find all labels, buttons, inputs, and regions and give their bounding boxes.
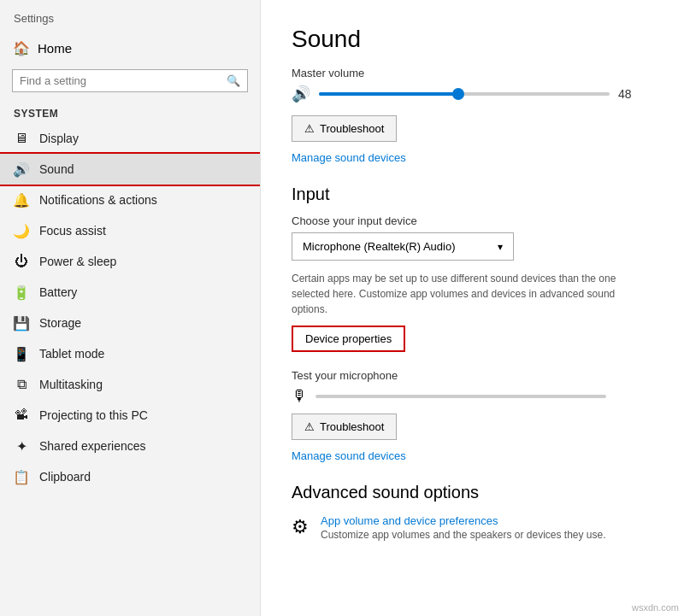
sidebar-item-shared[interactable]: ✦ Shared experiences [0, 431, 260, 461]
display-icon: 🖥 [14, 131, 29, 146]
focus-label: Focus assist [39, 224, 106, 238]
tablet-icon: 📱 [14, 346, 29, 361]
manage-sound-devices-link-2[interactable]: Manage sound devices [292, 449, 406, 462]
watermark: wsxdn.com [632, 602, 679, 613]
volume-slider-fill [319, 92, 458, 96]
volume-row: 🔊 48 [292, 85, 650, 103]
main-content: Sound Master volume 🔊 48 ⚠ Troubleshoot … [261, 0, 684, 616]
microphone-icon: 🎙 [292, 387, 307, 405]
test-mic-label: Test your microphone [292, 369, 650, 382]
storage-icon: 💾 [14, 315, 29, 331]
advanced-item-text: App volume and device preferences Custom… [321, 514, 606, 541]
troubleshoot-button-2[interactable]: ⚠ Troubleshoot [292, 414, 397, 440]
power-icon: ⏻ [14, 254, 29, 269]
sidebar-item-projecting[interactable]: 📽 Projecting to this PC [0, 400, 260, 431]
input-device-note: Certain apps may be set up to use differ… [292, 271, 650, 317]
battery-icon: 🔋 [14, 285, 29, 300]
projecting-icon: 📽 [14, 408, 29, 423]
battery-label: Battery [39, 285, 77, 299]
power-label: Power & sleep [39, 255, 116, 268]
focus-icon: 🌙 [14, 223, 29, 238]
shared-label: Shared experiences [39, 439, 146, 453]
storage-label: Storage [39, 316, 81, 330]
sidebar-item-focus[interactable]: 🌙 Focus assist [0, 215, 260, 246]
notifications-icon: 🔔 [14, 192, 29, 208]
input-device-dropdown-row: Microphone (Realtek(R) Audio) ▾ [292, 232, 650, 261]
troubleshoot-button[interactable]: ⚠ Troubleshoot [292, 115, 397, 142]
sidebar-item-display[interactable]: 🖥 Display [0, 123, 260, 154]
sidebar-item-clipboard[interactable]: 📋 Clipboard [0, 461, 260, 492]
volume-slider-thumb[interactable] [452, 88, 464, 100]
mic-level-bar [315, 395, 606, 398]
sidebar-item-sound[interactable]: 🔊 Sound [0, 154, 260, 185]
multitasking-icon: ⧉ [14, 377, 29, 392]
volume-value: 48 [618, 87, 639, 101]
volume-icon: 🔊 [292, 85, 310, 103]
sidebar-item-tablet[interactable]: 📱 Tablet mode [0, 338, 260, 369]
sidebar-item-notifications[interactable]: 🔔 Notifications & actions [0, 185, 260, 215]
system-section-label: System [0, 101, 260, 123]
device-properties-label: Device properties [305, 332, 392, 345]
master-volume-label: Master volume [292, 67, 650, 79]
home-nav-item[interactable]: 🏠 Home [0, 32, 260, 64]
projecting-label: Projecting to this PC [39, 408, 148, 422]
troubleshoot-label: Troubleshoot [320, 122, 384, 135]
sidebar-item-battery[interactable]: 🔋 Battery [0, 277, 260, 308]
notifications-label: Notifications & actions [39, 193, 157, 207]
search-icon[interactable]: 🔍 [227, 74, 240, 87]
input-device-value: Microphone (Realtek(R) Audio) [303, 240, 455, 253]
sidebar-item-multitasking[interactable]: ⧉ Multitasking [0, 369, 260, 400]
page-title: Sound [292, 26, 650, 53]
shared-icon: ✦ [14, 438, 29, 454]
home-icon: 🏠 [14, 40, 29, 56]
sidebar: Settings 🏠 Home 🔍 System 🖥 Display 🔊 Sou… [0, 0, 261, 616]
advanced-section-title: Advanced sound options [292, 483, 650, 502]
manage-sound-devices-link[interactable]: Manage sound devices [292, 151, 406, 164]
test-mic-row: 🎙 [292, 387, 650, 405]
clipboard-label: Clipboard [39, 470, 91, 484]
sidebar-item-storage[interactable]: 💾 Storage [0, 308, 260, 338]
input-device-dropdown[interactable]: Microphone (Realtek(R) Audio) ▾ [292, 232, 514, 261]
advanced-item: ⚙ App volume and device preferences Cust… [292, 514, 650, 541]
display-label: Display [39, 132, 79, 145]
sound-icon: 🔊 [14, 161, 29, 177]
troubleshoot-label-2: Troubleshoot [320, 420, 384, 433]
equalizer-icon: ⚙ [292, 516, 309, 538]
input-device-label: Choose your input device [292, 214, 650, 227]
adv-item-title[interactable]: App volume and device preferences [321, 514, 606, 527]
warning-icon-1: ⚠ [304, 122, 315, 135]
chevron-down-icon: ▾ [498, 241, 503, 253]
sound-label: Sound [39, 162, 74, 176]
input-section-title: Input [292, 185, 650, 204]
adv-item-desc: Customize app volumes and the speakers o… [321, 529, 606, 541]
volume-slider-track[interactable] [319, 92, 610, 96]
search-input[interactable] [20, 74, 227, 87]
tablet-label: Tablet mode [39, 347, 104, 361]
sidebar-item-power[interactable]: ⏻ Power & sleep [0, 246, 260, 277]
search-container: 🔍 [12, 69, 248, 92]
clipboard-icon: 📋 [14, 469, 29, 484]
window-title: Settings [0, 0, 260, 32]
device-properties-button[interactable]: Device properties [292, 326, 405, 352]
home-label: Home [38, 41, 72, 56]
multitasking-label: Multitasking [39, 378, 103, 391]
warning-icon-2: ⚠ [304, 420, 315, 433]
